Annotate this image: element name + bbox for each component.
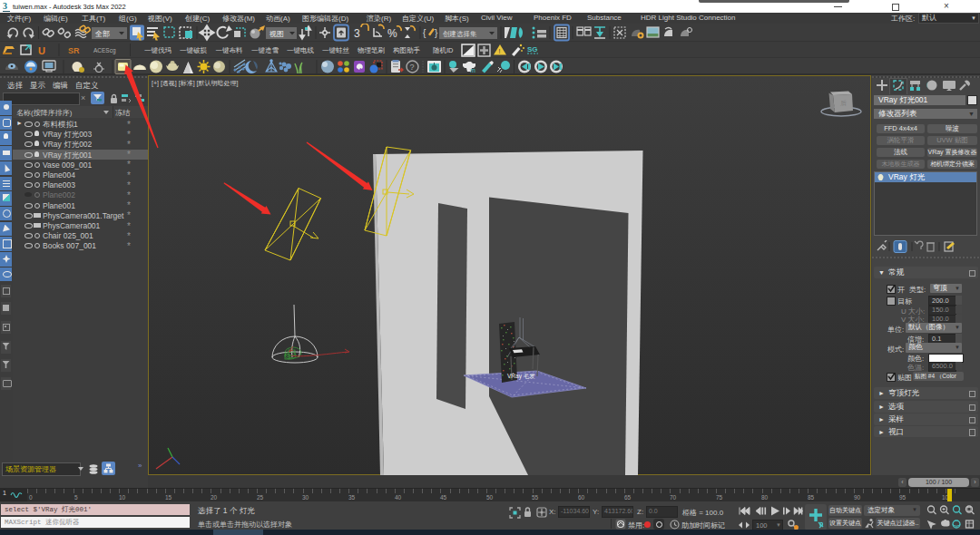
svg-text:一键伐玛: 一键伐玛 (144, 46, 172, 54)
svg-text:一键布料: 一键布料 (216, 46, 244, 54)
svg-text:全部: 全部 (95, 30, 110, 38)
svg-text:构图助手: 构图助手 (393, 46, 421, 54)
svg-text:U: U (38, 45, 45, 56)
svg-text:物理笔刷: 物理笔刷 (358, 46, 386, 54)
svg-text:一键造雪: 一键造雪 (251, 46, 279, 54)
svg-text:ACEScg: ACEScg (93, 47, 116, 54)
svg-text:?: ? (410, 63, 415, 72)
svg-text:3: 3 (354, 27, 360, 40)
svg-text:VRay 毛发: VRay 毛发 (507, 373, 535, 380)
svg-text:后: 后 (840, 100, 847, 107)
svg-text:一键电线: 一键电线 (287, 46, 315, 54)
svg-text:!: ! (499, 48, 501, 54)
svg-text:}: } (435, 28, 438, 38)
svg-text:一键蛙丝: 一键蛙丝 (322, 46, 350, 54)
svg-text:视图: 视图 (269, 30, 284, 38)
svg-text:一键破损: 一键破损 (180, 46, 208, 54)
svg-text:随机ID: 随机ID (433, 46, 454, 54)
svg-text:SG: SG (527, 45, 538, 54)
svg-text:创建选择集: 创建选择集 (443, 30, 477, 38)
svg-text:{: { (423, 28, 426, 38)
svg-text:m: m (470, 67, 475, 73)
svg-text:%: % (387, 27, 397, 40)
svg-text:SR: SR (68, 46, 80, 55)
